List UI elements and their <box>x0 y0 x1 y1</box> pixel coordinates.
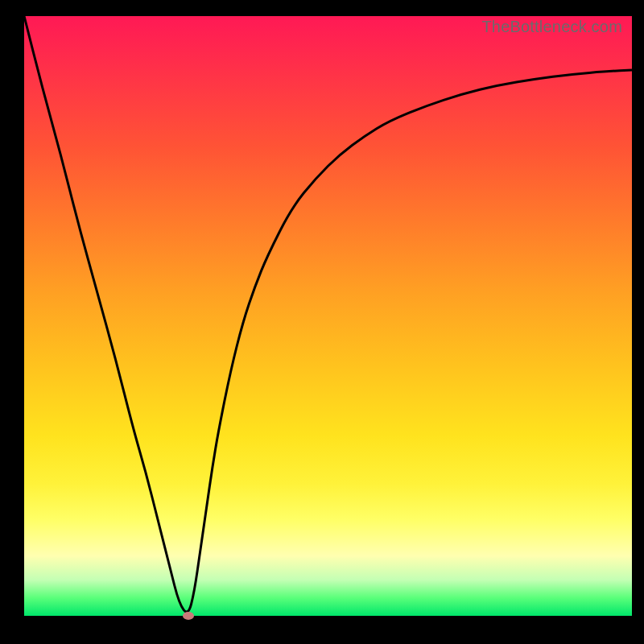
minimum-marker <box>183 612 194 620</box>
curve-path <box>24 16 632 612</box>
bottleneck-curve <box>24 16 632 616</box>
chart-frame: TheBottleneck.com <box>0 0 644 644</box>
plot-area: TheBottleneck.com <box>24 16 632 616</box>
